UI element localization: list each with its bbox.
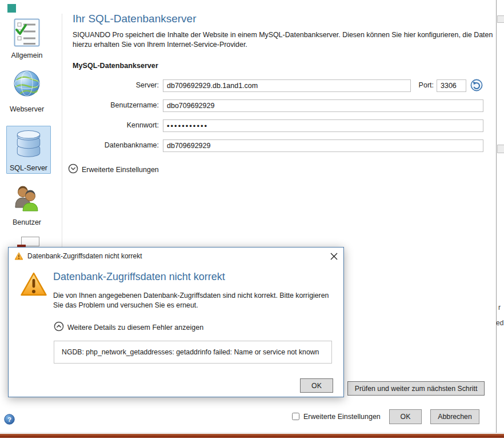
sidebar-item-label: Allgemein — [11, 51, 43, 59]
error-message-box: NGDB: php_network_getaddresses: getaddri… — [54, 341, 332, 364]
app-window: Allgemein Webserver — [0, 0, 504, 439]
dialog-body-text: Die von Ihnen angegebenen Datenbank-Zugr… — [53, 291, 332, 310]
page-description: SIQUANDO Pro speichert die Inhalte der W… — [73, 30, 495, 50]
port-input[interactable] — [437, 79, 466, 92]
dialog-title: Datenbank-Zugriffsdaten nicht korrekt — [27, 252, 142, 260]
dialog-heading: Datenbank-Zugriffsdaten nicht korrekt — [53, 271, 225, 283]
sidebar-item-label: Benutzer — [13, 218, 41, 226]
sidebar-item-benutzer[interactable]: Benutzer — [1, 185, 53, 226]
sidebar-item-label: Webserver — [10, 105, 44, 113]
password-input[interactable] — [163, 119, 483, 132]
svg-text:?: ? — [7, 416, 11, 423]
close-icon[interactable] — [329, 251, 339, 261]
sidebar-item-webserver[interactable]: Webserver — [1, 70, 53, 113]
chevron-down-circle-icon — [68, 163, 78, 175]
server-label: Server: — [73, 81, 159, 89]
username-input[interactable] — [163, 99, 483, 112]
cancel-button[interactable]: Abbrechen — [430, 409, 479, 424]
warning-triangle-icon — [14, 252, 23, 262]
desktop-fragment — [7, 4, 16, 13]
dbname-input[interactable] — [163, 139, 483, 152]
advanced-settings-expander[interactable]: Erweiterte Einstellungen — [68, 163, 159, 175]
details-expander-label: Weitere Details zu diesem Fehler anzeige… — [67, 324, 203, 332]
footer-divider — [0, 433, 504, 433]
username-label: Benutzername: — [73, 101, 159, 109]
background-window-fragment — [497, 145, 504, 153]
background-window-border — [496, 0, 497, 433]
ok-button[interactable]: OK — [389, 409, 422, 424]
error-dialog: Datenbank-Zugriffsdaten nicht korrekt Da… — [8, 247, 344, 397]
sidebar-item-label: SQL-Server — [10, 164, 47, 172]
bottom-window-bar — [0, 434, 504, 438]
dbname-label: Datenbankname: — [73, 141, 159, 149]
error-message: NGDB: php_network_getaddresses: getaddri… — [62, 348, 319, 356]
background-text-fragment: r — [498, 304, 501, 312]
background-text-fragment: ed — [496, 319, 503, 327]
users-icon — [13, 185, 41, 214]
sidebar-item-sql-server[interactable]: SQL-Server — [6, 126, 51, 174]
server-input[interactable] — [163, 79, 411, 92]
page-title: Ihr SQL-Datenbankserver — [73, 13, 197, 25]
advanced-settings-checkbox-label[interactable]: Erweiterte Einstellungen — [303, 413, 381, 421]
section-title: MySQL-Datenbankserver — [73, 62, 158, 70]
sidebar-item-allgemein[interactable]: Allgemein — [1, 18, 53, 59]
dialog-titlebar[interactable]: Datenbank-Zugriffsdaten nicht korrekt — [9, 248, 343, 264]
dialog-ok-button[interactable]: OK — [300, 378, 333, 393]
password-label: Kennwort: — [73, 121, 159, 129]
checklist-icon — [14, 18, 40, 49]
expander-label: Erweiterte Einstellungen — [82, 166, 159, 174]
check-and-continue-button[interactable]: Prüfen und weiter zum nächsten Schritt — [347, 381, 485, 396]
chevron-up-circle-icon — [54, 321, 64, 333]
details-expander[interactable]: Weitere Details zu diesem Fehler anzeige… — [54, 321, 203, 333]
warning-triangle-icon — [20, 272, 47, 299]
undo-arrow-icon[interactable] — [470, 79, 483, 94]
port-label: Port: — [407, 81, 434, 89]
advanced-settings-checkbox[interactable] — [292, 413, 299, 420]
globe-icon — [13, 70, 41, 99]
background-window-fragment — [497, 15, 504, 23]
database-icon — [15, 129, 42, 162]
help-icon[interactable]: ? — [4, 414, 15, 427]
